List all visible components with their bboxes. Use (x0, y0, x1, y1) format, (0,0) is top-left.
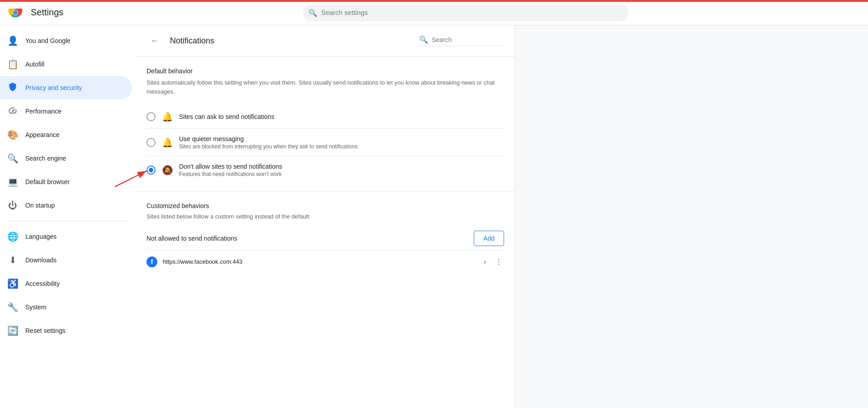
panel-header: ← Notifications 🔍 (136, 25, 515, 57)
sidebar-item-accessibility[interactable]: ♿ Accessibility (0, 272, 132, 295)
app-title: Settings (31, 7, 63, 18)
sidebar-label-performance: Performance (25, 108, 61, 115)
bell-off-icon: 🔕 (162, 165, 173, 176)
sidebar-item-system[interactable]: 🔧 System (0, 295, 132, 319)
globe-icon: 🌐 (7, 231, 18, 242)
sidebar-label-downloads: Downloads (25, 256, 57, 264)
palette-icon: 🎨 (7, 129, 18, 140)
sidebar-label-privacy: Privacy and security (25, 84, 82, 91)
not-allowed-row: Not allowed to send notifications Add (146, 227, 504, 250)
panel-title: Notifications (170, 36, 412, 46)
default-behavior-section: Default behavior Sites automatically fol… (136, 57, 515, 191)
accessibility-icon: ♿ (7, 278, 18, 289)
right-panel (515, 25, 868, 408)
sidebar-item-privacy-and-security[interactable]: Privacy and security (0, 76, 132, 100)
site-url: https://www.facebook.com:443 (163, 258, 476, 265)
content-panel: ← Notifications 🔍 Default behavior Sites… (136, 25, 515, 408)
site-expand-icon[interactable]: › (482, 256, 488, 268)
panel-search-input[interactable] (432, 36, 504, 43)
person-icon: 👤 (7, 35, 18, 46)
sidebar-item-default-browser[interactable]: 💻 Default browser (0, 170, 132, 194)
sidebar-item-search-engine[interactable]: 🔍 Search engine (0, 147, 132, 170)
sidebar-item-downloads[interactable]: ⬇ Downloads (0, 248, 132, 272)
radio-label-quieter: Use quieter messaging (179, 135, 504, 142)
radio-option-sites-can-ask[interactable]: 🔔 Sites can ask to send notifications (146, 105, 504, 129)
sidebar-item-you-and-google[interactable]: 👤 You and Google (0, 29, 132, 52)
customized-behaviors-title: Customized behaviors (146, 202, 504, 209)
sidebar-label-system: System (25, 304, 47, 311)
search-icon: 🔍 (7, 153, 18, 164)
radio-btn-quieter[interactable] (146, 138, 156, 147)
default-behavior-title: Default behavior (146, 67, 504, 75)
radio-btn-sites-can-ask[interactable] (146, 112, 156, 121)
sidebar-item-reset-settings[interactable]: 🔄 Reset settings (0, 319, 132, 342)
panel-search: 🔍 (419, 35, 504, 46)
speed-icon (7, 106, 18, 117)
sidebar-item-appearance[interactable]: 🎨 Appearance (0, 123, 132, 147)
search-icon-top: 🔍 (308, 8, 317, 17)
sidebar-label-accessibility: Accessibility (25, 280, 60, 287)
sidebar-label-search-engine: Search engine (25, 155, 66, 162)
panel-search-icon: 🔍 (419, 35, 428, 44)
sidebar-divider (7, 221, 128, 221)
sidebar-label-appearance: Appearance (25, 131, 60, 138)
laptop-icon: 💻 (7, 176, 18, 187)
site-row: f https://www.facebook.com:443 › ⋮ (146, 250, 504, 273)
search-bar: 🔍 (303, 4, 628, 21)
chrome-logo (7, 5, 24, 21)
bell-icon-1: 🔔 (162, 111, 173, 122)
default-behavior-desc: Sites automatically follow this setting … (146, 78, 504, 96)
radio-option-dont-allow[interactable]: 🔕 Don't allow sites to send notification… (146, 157, 504, 184)
sidebar-label-reset-settings: Reset settings (25, 327, 66, 334)
article-icon: 📋 (7, 59, 18, 70)
customized-behaviors-section: Customized behaviors Sites listed below … (136, 191, 515, 284)
radio-sublabel-dont-allow: Features that need notifications won't w… (179, 171, 504, 177)
power-icon: ⏻ (7, 200, 18, 211)
bell-icon-2: 🔔 (162, 137, 173, 148)
history-icon: 🔄 (7, 325, 18, 336)
sidebar-label-languages: Languages (25, 233, 57, 240)
back-button[interactable]: ← (146, 33, 163, 49)
radio-option-quieter[interactable]: 🔔 Use quieter messaging Sites are blocke… (146, 129, 504, 157)
shield-icon (7, 82, 18, 94)
customized-behaviors-desc: Sites listed below follow a custom setti… (146, 213, 504, 220)
radio-sublabel-quieter: Sites are blocked from interrupting you … (179, 143, 504, 150)
svg-point-3 (13, 10, 18, 15)
sidebar: 👤 You and Google 📋 Autofill Privacy and … (0, 25, 136, 408)
sidebar-item-on-startup[interactable]: ⏻ On startup (0, 194, 132, 217)
radio-label-sites-can-ask: Sites can ask to send notifications (179, 113, 504, 120)
sidebar-item-performance[interactable]: Performance (0, 100, 132, 123)
download-icon: ⬇ (7, 255, 18, 266)
sidebar-label-on-startup: On startup (25, 202, 55, 209)
radio-label-dont-allow: Don't allow sites to send notifications (179, 163, 504, 170)
not-allowed-label: Not allowed to send notifications (146, 235, 237, 242)
settings-icon: 🔧 (7, 302, 18, 313)
sidebar-item-languages[interactable]: 🌐 Languages (0, 225, 132, 248)
site-favicon: f (146, 256, 157, 267)
sidebar-item-autofill[interactable]: 📋 Autofill (0, 52, 132, 76)
radio-btn-dont-allow[interactable] (146, 166, 156, 175)
site-more-icon[interactable]: ⋮ (493, 256, 504, 268)
sidebar-label-you-and-google: You and Google (25, 37, 71, 44)
sidebar-label-autofill: Autofill (25, 61, 44, 68)
search-input[interactable] (303, 4, 628, 21)
sidebar-label-default-browser: Default browser (25, 178, 70, 185)
add-button[interactable]: Add (474, 231, 504, 246)
